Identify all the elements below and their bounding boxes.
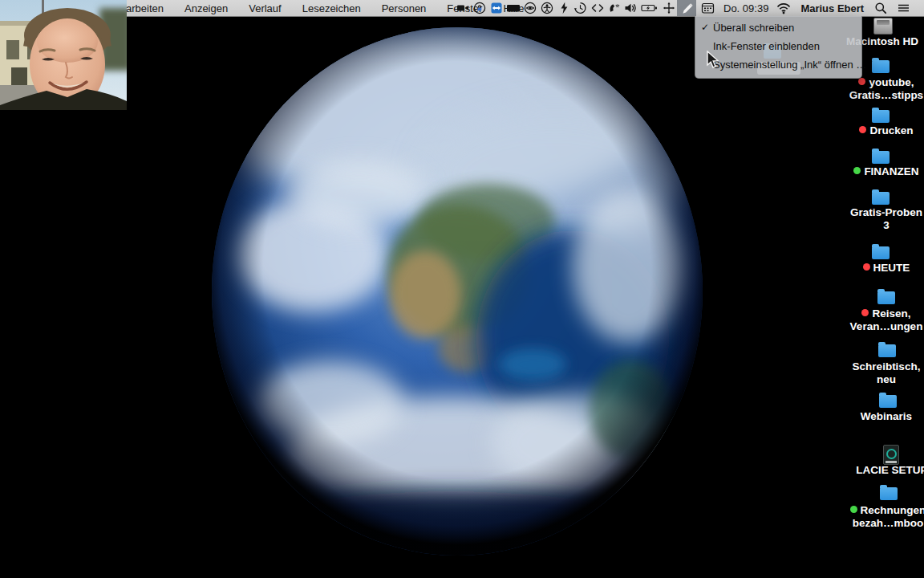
video-camera-icon[interactable] bbox=[454, 0, 471, 16]
desktop-label-schreibtisch[interactable]: Schreibtisch, neu bbox=[826, 360, 924, 386]
menu-anzeigen[interactable]: Anzeigen bbox=[184, 2, 228, 14]
desktop-icon-macintosh-hd[interactable] bbox=[873, 18, 893, 35]
green-tag-dot bbox=[853, 167, 861, 174]
presenter-photo bbox=[0, 0, 127, 110]
spotlight-search-icon[interactable] bbox=[870, 0, 891, 16]
accessibility-icon[interactable] bbox=[538, 0, 555, 16]
status-icons: Do. 09:39 Marius Ebert bbox=[454, 0, 915, 16]
red-tag-dot bbox=[861, 309, 869, 316]
code-brackets-icon[interactable] bbox=[589, 0, 606, 16]
desktop-label-webinaris[interactable]: Webinaris bbox=[826, 410, 924, 423]
folder-icon bbox=[880, 487, 898, 500]
wifi-icon[interactable] bbox=[773, 0, 794, 16]
flash-icon[interactable] bbox=[555, 0, 572, 16]
menu-personen[interactable]: Personen bbox=[382, 2, 427, 14]
menu-item-ueberall-schreiben[interactable]: ✓ Überall schreiben bbox=[695, 18, 861, 37]
desktop-icon-finanzen[interactable] bbox=[872, 151, 890, 164]
webcam-overlay bbox=[0, 0, 127, 110]
desktop-icon-gratis-proben[interactable] bbox=[872, 192, 890, 205]
menu-item-systemeinstellung-ink[interactable]: Systemeinstellung „Ink“ öffnen … bbox=[695, 55, 861, 74]
menu-clock[interactable]: Do. 09:39 bbox=[723, 2, 768, 14]
desktop-label-youtube[interactable]: youtube, Gratis…stipps bbox=[826, 76, 924, 102]
checkmark-icon: ✓ bbox=[701, 22, 709, 33]
menu-bar: arbeiten Anzeigen Verlauf Lesezeichen Pe… bbox=[0, 0, 924, 17]
folder-icon bbox=[879, 395, 897, 408]
desktop-label-rechnungen[interactable]: Rechnungen bezah…mboo bbox=[828, 504, 924, 530]
desktop-icon-schreibtisch[interactable] bbox=[878, 344, 896, 357]
move-arrows-icon[interactable] bbox=[660, 0, 677, 16]
folder-icon bbox=[872, 151, 890, 164]
red-tag-dot bbox=[863, 263, 870, 271]
folder-icon bbox=[872, 192, 890, 205]
desktop-icon-youtube[interactable] bbox=[872, 60, 890, 73]
display-icon[interactable] bbox=[505, 0, 521, 16]
desktop-label-reisen[interactable]: Reisen, Veran…ungen bbox=[826, 307, 924, 333]
desktop-label-drucken[interactable]: Drucken bbox=[826, 124, 924, 137]
user-menu[interactable]: Marius Ebert bbox=[800, 2, 864, 14]
desktop-icon-webinaris[interactable] bbox=[879, 395, 897, 408]
desktop-icon-heute[interactable] bbox=[872, 246, 890, 259]
red-tag-dot bbox=[859, 126, 866, 133]
volume-icon[interactable] bbox=[622, 0, 639, 16]
phone-icon[interactable] bbox=[606, 0, 622, 16]
folder-icon bbox=[872, 60, 890, 73]
ink-pencil-menu-open[interactable] bbox=[677, 0, 696, 16]
lacie-drive-icon bbox=[883, 445, 899, 465]
folder-icon bbox=[877, 291, 895, 304]
ink-pencil-icon bbox=[680, 2, 693, 14]
desktop-icon-rechnungen[interactable] bbox=[880, 487, 898, 500]
ink-dropdown-menu: ✓ Überall schreiben Ink-Fenster einblend… bbox=[695, 16, 862, 79]
menu-verlauf[interactable]: Verlauf bbox=[249, 2, 281, 14]
folder-icon bbox=[872, 246, 890, 259]
desktop-label-heute[interactable]: HEUTE bbox=[826, 262, 924, 275]
folder-icon bbox=[878, 344, 896, 357]
menu-lesezeichen[interactable]: Lesezeichen bbox=[302, 2, 361, 14]
desktop-icon-reisen[interactable] bbox=[877, 291, 895, 304]
menu-bearbeiten-partial[interactable]: arbeiten bbox=[126, 2, 164, 14]
earth-wallpaper bbox=[210, 26, 704, 557]
battery-icon[interactable] bbox=[639, 0, 660, 16]
lock-icon[interactable] bbox=[471, 0, 488, 16]
desktop-icon-drucken[interactable] bbox=[872, 110, 890, 123]
time-machine-icon[interactable] bbox=[572, 0, 589, 16]
hard-drive-icon bbox=[873, 18, 893, 35]
menu-item-ink-fenster-einblenden[interactable]: Ink-Fenster einblenden bbox=[695, 37, 861, 55]
eye-icon[interactable] bbox=[521, 0, 538, 16]
red-tag-dot bbox=[858, 78, 865, 85]
green-tag-dot bbox=[850, 506, 857, 513]
desktop-label-lacie-setup[interactable]: LACIE SETUP bbox=[832, 464, 924, 477]
teamviewer-icon[interactable] bbox=[488, 0, 505, 16]
notification-center-icon[interactable] bbox=[891, 0, 915, 16]
desktop-label-gratis-proben[interactable]: Gratis-Proben 3 bbox=[826, 206, 924, 232]
desktop-label-finanzen[interactable]: FINANZEN bbox=[826, 165, 924, 178]
desktop-icon-lacie-setup[interactable] bbox=[883, 445, 899, 465]
folder-icon bbox=[872, 110, 890, 123]
calendar-icon[interactable] bbox=[696, 0, 719, 16]
